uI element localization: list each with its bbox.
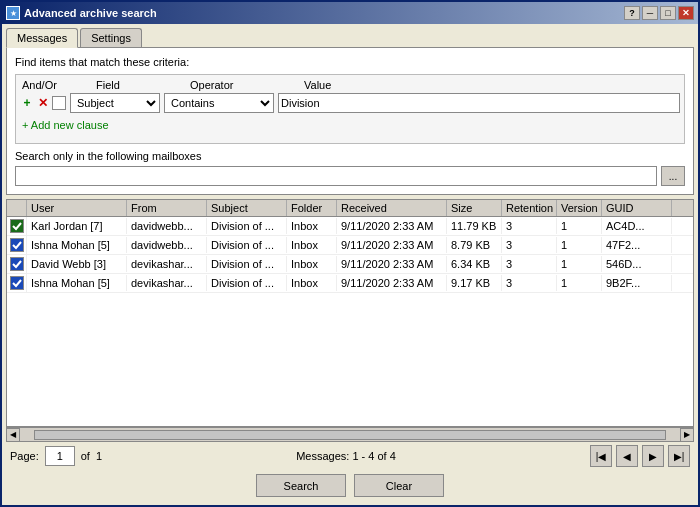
guid-col-header: GUID [602,200,672,216]
browse-button[interactable]: ... [661,166,685,186]
row-subject: Division of ... [207,256,287,272]
row-user: Karl Jordan [7] [27,218,127,234]
row-retention: 3 [502,237,557,253]
row-received: 9/11/2020 2:33 AM [337,237,447,253]
row-guid: 546D... [602,256,672,272]
nav-first-button[interactable]: |◀ [590,445,612,467]
tab-settings[interactable]: Settings [80,28,142,47]
folder-col-header: Folder [287,200,337,216]
results-section: User From Subject Folder Received Size R… [6,199,694,427]
row-version: 1 [557,256,602,272]
row-size: 9.17 KB [447,275,502,291]
table-row[interactable]: Ishna Mohan [5] devikashar... Division o… [7,274,693,293]
row-retention: 3 [502,218,557,234]
horizontal-scrollbar[interactable]: ◀ ▶ [6,427,694,441]
clause-icons: + ✕ [20,96,66,110]
row-size: 11.79 KB [447,218,502,234]
window-title: Advanced archive search [24,7,157,19]
page-label: Page: [10,450,39,462]
row-from: davidwebb... [127,218,207,234]
value-header: Value [304,79,680,91]
page-of-label: of [81,450,90,462]
results-body: Karl Jordan [7] davidwebb... Division of… [7,217,693,426]
row-received: 9/11/2020 2:33 AM [337,275,447,291]
scroll-left-arrow[interactable]: ◀ [6,428,20,442]
nav-next-button[interactable]: ▶ [642,445,664,467]
row-subject: Division of ... [207,275,287,291]
row-checkbox[interactable] [7,217,27,235]
table-row[interactable]: David Webb [3] devikashar... Division of… [7,255,693,274]
row-user: Ishna Mohan [5] [27,275,127,291]
main-window: ★ Advanced archive search ? ─ □ ✕ Messag… [0,0,700,507]
add-clause-link[interactable]: + Add new clause [20,117,680,133]
row-folder: Inbox [287,218,337,234]
search-button[interactable]: Search [256,474,346,497]
window-icon: ★ [6,6,20,20]
clause-checkbox[interactable] [52,96,66,110]
tab-bar: Messages Settings [6,28,694,47]
action-buttons: Search Clear [6,470,694,501]
row-folder: Inbox [287,256,337,272]
delete-icon[interactable]: ✕ [36,96,50,110]
messages-count: Messages: 1 - 4 of 4 [106,450,586,462]
scroll-right-arrow[interactable]: ▶ [680,428,694,442]
add-icon[interactable]: + [20,96,34,110]
row-guid: AC4D... [602,218,672,234]
received-col-header: Received [337,200,447,216]
retention-col-header: Retention [502,200,557,216]
row-guid: 47F2... [602,237,672,253]
search-panel: Find items that match these criteria: An… [6,47,694,195]
row-size: 8.79 KB [447,237,502,253]
row-guid: 9B2F... [602,275,672,291]
nav-prev-button[interactable]: ◀ [616,445,638,467]
row-user: David Webb [3] [27,256,127,272]
mailboxes-label: Search only in the following mailboxes [15,150,685,162]
criteria-area: And/Or Field Operator Value [15,74,685,144]
clear-button[interactable]: Clear [354,474,444,497]
row-checkbox[interactable] [7,255,27,273]
row-version: 1 [557,218,602,234]
andor-header: And/Or [22,79,92,91]
minimize-button[interactable]: ─ [642,6,658,20]
check-col-header [7,200,27,216]
criteria-label: Find items that match these criteria: [15,56,685,68]
mailboxes-input[interactable] [15,166,657,186]
title-bar: ★ Advanced archive search ? ─ □ ✕ [2,2,698,24]
row-checkbox[interactable] [7,274,27,292]
page-input[interactable] [45,446,75,466]
maximize-button[interactable]: □ [660,6,676,20]
criteria-headers: And/Or Field Operator Value [20,79,680,91]
row-version: 1 [557,237,602,253]
row-checkbox[interactable] [7,236,27,254]
operator-select[interactable]: Contains Does Not Contain Equals Starts … [164,93,274,113]
subject-col-header: Subject [207,200,287,216]
scrollbar-track[interactable] [34,430,666,440]
row-subject: Division of ... [207,237,287,253]
content-area: Messages Settings Find items that match … [2,24,698,505]
row-subject: Division of ... [207,218,287,234]
from-col-header: From [127,200,207,216]
nav-last-button[interactable]: ▶| [668,445,690,467]
row-received: 9/11/2020 2:33 AM [337,256,447,272]
help-button[interactable]: ? [624,6,640,20]
row-folder: Inbox [287,275,337,291]
page-total: 1 [96,450,102,462]
value-input[interactable] [278,93,680,113]
table-row[interactable]: Karl Jordan [7] davidwebb... Division of… [7,217,693,236]
table-row[interactable]: Ishna Mohan [5] davidwebb... Division of… [7,236,693,255]
user-col-header: User [27,200,127,216]
tab-messages[interactable]: Messages [6,28,78,48]
title-controls: ? ─ □ ✕ [624,6,694,20]
row-from: devikashar... [127,256,207,272]
row-user: Ishna Mohan [5] [27,237,127,253]
operator-header: Operator [190,79,300,91]
row-retention: 3 [502,275,557,291]
field-select[interactable]: Subject From To Date Body Folder [70,93,160,113]
version-col-header: Version [557,200,602,216]
row-received: 9/11/2020 2:33 AM [337,218,447,234]
close-button[interactable]: ✕ [678,6,694,20]
row-folder: Inbox [287,237,337,253]
row-from: devikashar... [127,275,207,291]
criteria-clause-row: + ✕ Subject From To Date Body Folder Con… [20,93,680,113]
title-bar-left: ★ Advanced archive search [6,6,157,20]
